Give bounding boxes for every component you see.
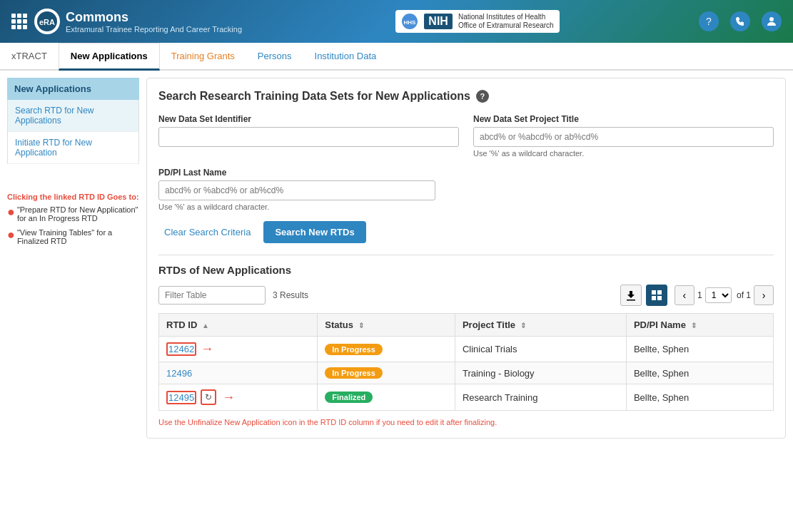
table-row: 12462→In ProgressClinical TrialsBellte, … [159, 337, 774, 362]
identifier-input[interactable] [158, 127, 459, 147]
clear-search-button[interactable]: Clear Search Criteria [158, 224, 256, 240]
svg-text:HHS: HHS [404, 19, 417, 26]
app-subtitle: Extramural Trainee Reporting And Career … [66, 25, 242, 34]
svg-point-4 [769, 17, 774, 21]
sort-status[interactable]: ⇕ [358, 322, 364, 329]
pdpi-label: PD/PI Last Name [158, 168, 435, 178]
rtd-highlight-box-12462: 12462 [166, 342, 196, 356]
sort-rtd-id[interactable]: ▲ [202, 322, 209, 329]
prev-page-button[interactable]: ‹ [675, 285, 694, 305]
form-row-1: New Data Set Identifier New Data Set Pro… [158, 114, 774, 158]
rtd-cell-12495: 12495↻→ [166, 389, 310, 405]
table-toolbar: 3 Results ‹ 1 1 of 1 › [158, 285, 774, 306]
search-button[interactable]: Search New RTDs [263, 221, 365, 243]
pdpi-hint: Use '%' as a wildcard character. [158, 203, 435, 211]
project-title-group: New Data Set Project Title Use '%' as a … [473, 114, 774, 158]
page-of-label: 1 [697, 290, 702, 300]
col-rtd-id: RTD ID ▲ [159, 314, 318, 337]
nih-text: National Institutes of Health Office of … [458, 13, 554, 30]
rtd-highlight-box-12495: 12495 [166, 391, 196, 404]
pdpi-cell-12495: Bellte, Sphen [626, 384, 773, 411]
annotation-block: Clicking the linked RTD ID Goes to: ● "P… [7, 193, 139, 245]
table-row: 12495↻→FinalizedResearch TrainingBellte,… [159, 384, 774, 411]
results-table: RTD ID ▲ Status ⇕ Project Title ⇕ PD/PI … [158, 313, 774, 411]
status-badge-12462: In Progress [325, 344, 383, 355]
header-icons: ? [699, 11, 782, 31]
status-badge-12496: In Progress [325, 367, 383, 379]
sort-project[interactable]: ⇕ [520, 322, 526, 329]
nih-badge: NIH [424, 14, 453, 29]
sidebar: New Applications Search RTD for New Appl… [7, 78, 139, 439]
title-help-icon[interactable]: ? [476, 90, 489, 103]
app-name: Commons [66, 10, 242, 25]
bullet-icon-1: ● [7, 205, 15, 218]
results-section-title: RTDs of New Applications [158, 255, 774, 276]
help-button[interactable]: ? [699, 11, 719, 31]
project-title-input[interactable] [473, 127, 774, 147]
annotation-item1: ● "Prepare RTD for New Application" for … [7, 205, 139, 222]
rtd-link-12462[interactable]: 12462 [168, 344, 194, 354]
header-title: Commons Extramural Trainee Reporting And… [66, 10, 242, 34]
nih-logo-area: HHS NIH National Institutes of Health Of… [256, 10, 699, 33]
total-pages-label: of 1 [734, 290, 751, 300]
col-pdpi-name: PD/PI Name ⇕ [626, 314, 773, 337]
toolbar-icons [620, 285, 667, 306]
sidebar-item-search-rtd[interactable]: Search RTD for New Applications [7, 100, 139, 132]
project-title-hint: Use '%' as a wildcard character. [473, 149, 774, 158]
nih-logo: HHS NIH National Institutes of Health Of… [395, 10, 559, 33]
pagination: ‹ 1 1 of 1 › [675, 285, 774, 305]
arrow-icon-12495: → [222, 390, 235, 405]
identifier-group: New Data Set Identifier [158, 114, 459, 158]
page-select[interactable]: 1 [705, 287, 732, 303]
app-header: eRA Commons Extramural Trainee Reporting… [0, 0, 793, 43]
pdpi-cell-12462: Bellte, Sphen [626, 337, 773, 362]
col-status: Status ⇕ [318, 314, 455, 337]
annotation-item2-text: "View Training Tables" for a Finalized R… [17, 228, 139, 245]
page-title: Search Research Training Data Sets for N… [158, 90, 774, 103]
unfinalize-button-12495[interactable]: ↻ [201, 389, 216, 405]
table-view-icon[interactable] [646, 285, 667, 306]
annotation-click-label: Clicking the linked RTD ID Goes to: [7, 193, 139, 201]
sort-pdpi[interactable]: ⇕ [691, 322, 697, 329]
table-row: 12496In ProgressTraining - BiologyBellte… [159, 362, 774, 384]
annotation-item1-text: "Prepare RTD for New Application" for an… [17, 205, 139, 222]
identifier-label: New Data Set Identifier [158, 114, 459, 124]
pdpi-cell-12496: Bellte, Sphen [626, 362, 773, 384]
arrow-icon-12462: → [201, 342, 213, 357]
era-logo: eRA [34, 9, 60, 34]
rtd-id-cell: 12496 [159, 362, 318, 384]
table-header-row: RTD ID ▲ Status ⇕ Project Title ⇕ PD/PI … [159, 314, 774, 337]
next-page-button[interactable]: › [754, 285, 774, 305]
grid-icon [11, 14, 27, 29]
annotation-item2: ● "View Training Tables" for a Finalized… [7, 228, 139, 245]
pdpi-input[interactable] [158, 180, 435, 200]
main-content: Search Research Training Data Sets for N… [146, 78, 786, 439]
project-title-label: New Data Set Project Title [473, 114, 774, 124]
nav-persons[interactable]: Persons [246, 44, 303, 71]
nav-xtract[interactable]: xTRACT [0, 44, 59, 71]
sidebar-title: New Applications [7, 78, 139, 100]
footer-annotation: Use the Unfinalize New Application icon … [158, 418, 774, 426]
status-badge-12495: Finalized [325, 392, 373, 403]
nav-new-applications[interactable]: New Applications [59, 43, 160, 71]
svg-text:eRA: eRA [39, 18, 55, 26]
rtd-cell-12462: 12462→ [166, 342, 310, 357]
phone-button[interactable] [730, 11, 750, 31]
filter-input[interactable] [158, 286, 266, 305]
status-cell-12462: In Progress [318, 337, 455, 362]
status-cell-12495: Finalized [318, 384, 455, 411]
rtd-id-cell: 12462→ [159, 337, 318, 362]
rtd-link-12496[interactable]: 12496 [166, 368, 192, 379]
project-cell-12496: Training - Biology [455, 362, 626, 384]
sidebar-item-initiate-rtd[interactable]: Initiate RTD for New Application [7, 132, 139, 164]
top-navigation: xTRACT New Applications Training Grants … [0, 43, 793, 71]
rtd-link-12495[interactable]: 12495 [168, 392, 194, 403]
download-icon[interactable] [620, 285, 642, 306]
nav-institution-data[interactable]: Institution Data [303, 44, 388, 71]
nav-training-grants[interactable]: Training Grants [160, 44, 246, 71]
project-cell-12495: Research Training [455, 384, 626, 411]
svg-rect-7 [652, 296, 656, 300]
col-project-title: Project Title ⇕ [455, 314, 626, 337]
user-button[interactable] [762, 11, 782, 31]
rtd-id-cell: 12495↻→ [159, 384, 318, 411]
